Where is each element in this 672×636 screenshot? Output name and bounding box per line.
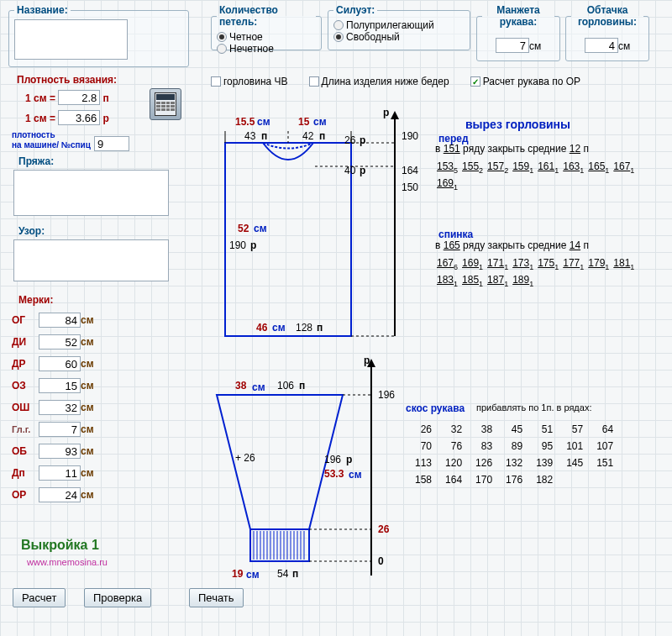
pattern-input[interactable]	[13, 239, 169, 281]
merki-oz-label: ОЗ	[12, 380, 39, 392]
sleeve-instr: прибавлять по 1п. в рядах:	[476, 402, 591, 413]
merki-glg-input[interactable]	[39, 422, 81, 437]
radio-dot-icon	[217, 32, 227, 42]
svg-marker-2	[391, 111, 399, 119]
merki-title: Мерки:	[18, 294, 53, 306]
radio-semi[interactable]: Полуприлегающий	[333, 19, 465, 31]
merki-osh-input[interactable]	[39, 400, 81, 415]
print-button[interactable]: Печать	[189, 588, 244, 607]
loops-label: Количество петель:	[217, 4, 316, 28]
checkbox-icon	[211, 76, 221, 87]
merki-osh-label: ОШ	[12, 402, 39, 413]
checkbox-icon: ✓	[470, 76, 480, 87]
options-row: горловина ЧВ Длина изделия ниже бедер ✓Р…	[211, 76, 580, 87]
yarn-label: Пряжа:	[18, 155, 54, 167]
necktrim-label: Обтачка горловины:	[571, 4, 643, 28]
merki-dr-label: ДР	[12, 358, 39, 370]
merki-ob-input[interactable]	[39, 444, 81, 459]
sleeve-rows-table: 2632384551576470768389951011071131201261…	[407, 420, 621, 489]
necktrim-box: Обтачка горловины: см	[565, 4, 649, 61]
calculator-icon[interactable]	[150, 88, 181, 120]
neck-back-line: в 165 ряду закрыть средние 14 п	[435, 239, 589, 251]
merki-di-label: ДИ	[12, 336, 39, 348]
calc-button[interactable]: Расчет	[13, 588, 66, 607]
merki-og-label: ОГ	[12, 314, 39, 326]
check-sleeve-or[interactable]: ✓Расчет рукава по ОР	[470, 76, 580, 87]
radio-dot-icon	[333, 32, 344, 42]
radio-odd[interactable]: Нечетное	[217, 43, 316, 55]
merki-or-input[interactable]	[39, 487, 81, 502]
loops-box: Количество петель: Четное Нечетное	[211, 4, 322, 50]
name-input[interactable]	[14, 19, 128, 60]
merki-oz-input[interactable]	[39, 378, 81, 393]
project-name: Выкройка 1	[21, 538, 99, 553]
body-dashes	[217, 126, 435, 344]
merki-dr-input[interactable]	[39, 356, 81, 371]
radio-even[interactable]: Четное	[217, 31, 316, 43]
check-button[interactable]: Проверка	[84, 588, 151, 607]
radio-dot-icon	[217, 44, 227, 54]
cuff-label: Манжета рукава:	[482, 4, 554, 28]
neck-title: вырез горловины	[465, 118, 570, 131]
radio-dot-icon	[333, 20, 344, 30]
neck-front-seq: 153515521572159116111631165116711691	[437, 158, 655, 192]
necktrim-input[interactable]	[585, 38, 618, 53]
sleeve-title: скос рукава	[406, 402, 465, 414]
machine-label2: на машине/ №спиц	[12, 140, 91, 150]
name-box: Название:	[8, 4, 189, 67]
neck-back-label: спинка	[438, 229, 473, 240]
merki-dp-input[interactable]	[39, 465, 81, 481]
merki-og-input[interactable]	[39, 313, 81, 328]
checkbox-icon	[309, 76, 319, 87]
merki-glg-label: Гл.г.	[12, 424, 39, 434]
radio-free[interactable]: Свободный	[333, 31, 465, 43]
check-chv[interactable]: горловина ЧВ	[211, 76, 288, 87]
density-p-input[interactable]	[58, 90, 100, 105]
neck-back-seq: 1676169117111731175117711791181118311851…	[437, 255, 655, 289]
density-title: Плотность вязания:	[17, 74, 117, 86]
pattern-label: Узор:	[18, 225, 45, 237]
machine-label1: плотность	[12, 130, 55, 139]
check-below-hips[interactable]: Длина изделия ниже бедер	[309, 76, 449, 87]
merki-ob-label: ОБ	[12, 445, 39, 457]
merki-di-input[interactable]	[39, 334, 81, 350]
name-label: Название:	[14, 4, 71, 16]
link-text: www.mnemosina.ru	[27, 557, 108, 567]
siluet-box: Силуэт: Полуприлегающий Свободный	[328, 4, 470, 50]
machine-input[interactable]	[94, 136, 129, 151]
neck-front-line: в 151 ряду закрыть средние 12 п	[435, 143, 589, 155]
cuff-box: Манжета рукава: см	[476, 4, 560, 61]
yarn-input[interactable]	[13, 170, 169, 216]
cuff-input[interactable]	[496, 38, 529, 53]
siluet-label: Силуэт:	[333, 4, 377, 16]
merki-dp-label: Дп	[12, 467, 39, 479]
merki-or-label: ОР	[12, 489, 39, 501]
density-r-input[interactable]	[58, 110, 100, 125]
